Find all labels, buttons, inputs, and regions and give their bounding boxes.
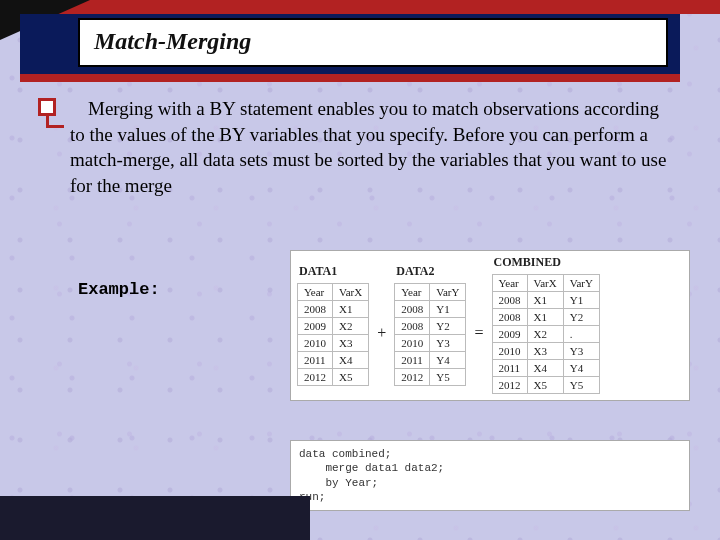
table-row: 2009X2: [298, 317, 369, 334]
table-row: 2010X3Y3: [492, 343, 599, 360]
table-row: 2008X1: [298, 300, 369, 317]
code-line: merge data1 data2;: [299, 462, 444, 474]
col-head: Year: [298, 283, 333, 300]
table-row: 2012Y5: [395, 368, 466, 385]
col-head: VarY: [563, 275, 599, 292]
table-row: 2012X5: [298, 368, 369, 385]
table-row: 2008X1Y1: [492, 292, 599, 309]
col-head: VarX: [333, 283, 369, 300]
body-text: Merging with a BY statement enables you …: [70, 98, 666, 196]
code-line: data combined;: [299, 448, 391, 460]
table-combined: COMBINED YearVarXVarY 2008X1Y1 2008X1Y2 …: [492, 255, 600, 394]
code-line: by Year;: [299, 477, 378, 489]
table-row: 2010Y3: [395, 334, 466, 351]
merge-diagram: DATA1 YearVarX 2008X1 2009X2 2010X3 2011…: [290, 250, 690, 401]
bullet-icon: [38, 98, 56, 116]
col-head: VarX: [527, 275, 563, 292]
table-row: 2009X2.: [492, 326, 599, 343]
footer-dark-band: [0, 496, 310, 540]
table-data2-title: DATA2: [394, 264, 466, 279]
table-row: 2008Y2: [395, 317, 466, 334]
col-head: VarY: [430, 283, 466, 300]
table-data1: DATA1 YearVarX 2008X1 2009X2 2010X3 2011…: [297, 264, 369, 386]
equals-sign: =: [472, 324, 485, 342]
table-row: 2010X3: [298, 334, 369, 351]
col-head: Year: [492, 275, 527, 292]
table-data2: DATA2 YearVarY 2008Y1 2008Y2 2010Y3 2011…: [394, 264, 466, 386]
table-row: 2008X1Y2: [492, 309, 599, 326]
slide-title: Match-Merging: [78, 18, 668, 67]
top-red-bar: [0, 0, 720, 14]
bullet-hook-icon: [46, 116, 64, 128]
col-head: Year: [395, 283, 430, 300]
table-row: 2008Y1: [395, 300, 466, 317]
table-row: 2011Y4: [395, 351, 466, 368]
table-row: 2012X5Y5: [492, 377, 599, 394]
plus-sign: +: [375, 324, 388, 342]
table-combined-title: COMBINED: [492, 255, 600, 270]
body-paragraph: Merging with a BY statement enables you …: [70, 96, 670, 199]
example-label: Example:: [78, 280, 160, 299]
table-row: 2011X4: [298, 351, 369, 368]
table-data1-title: DATA1: [297, 264, 369, 279]
table-row: 2011X4Y4: [492, 360, 599, 377]
code-sample: data combined; merge data1 data2; by Yea…: [290, 440, 690, 511]
